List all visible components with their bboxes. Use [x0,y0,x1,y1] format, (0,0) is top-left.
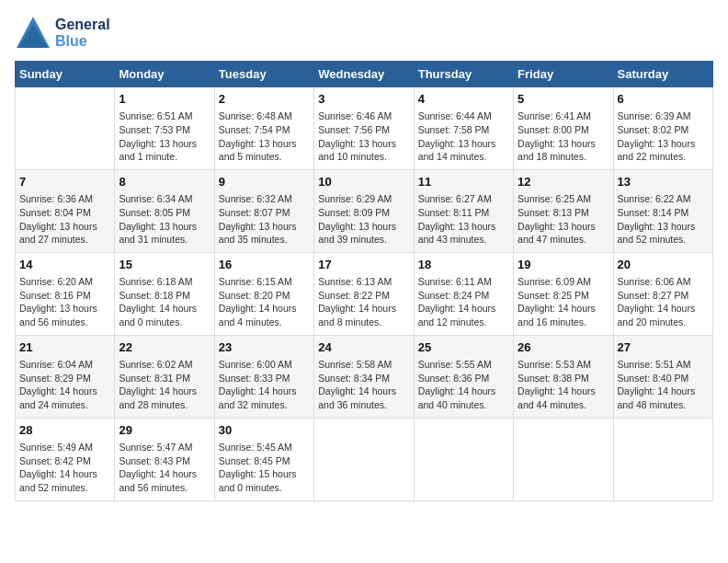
header-cell-tuesday: Tuesday [214,62,313,87]
day-number: 2 [219,91,310,108]
calendar-cell: 9Sunrise: 6:32 AM Sunset: 8:07 PM Daylig… [214,169,313,252]
day-number: 15 [119,257,210,273]
calendar-week-row: 14Sunrise: 6:20 AM Sunset: 8:16 PM Dayli… [16,252,713,335]
cell-content: Sunrise: 6:22 AM Sunset: 8:14 PM Dayligh… [618,192,709,247]
cell-content: Sunrise: 6:29 AM Sunset: 8:09 PM Dayligh… [318,192,409,247]
calendar-cell: 7Sunrise: 6:36 AM Sunset: 8:04 PM Daylig… [16,169,115,252]
calendar-cell: 10Sunrise: 6:29 AM Sunset: 8:09 PM Dayli… [314,169,414,252]
day-number: 20 [618,257,709,273]
day-number: 28 [19,422,110,439]
calendar-cell: 22Sunrise: 6:02 AM Sunset: 8:31 PM Dayli… [115,335,214,418]
cell-content: Sunrise: 6:18 AM Sunset: 8:18 PM Dayligh… [119,275,210,329]
logo-icon [15,15,51,52]
day-number: 7 [19,174,110,190]
day-number: 22 [119,339,210,356]
calendar-cell: 4Sunrise: 6:44 AM Sunset: 7:58 PM Daylig… [414,87,513,170]
cell-content: Sunrise: 6:27 AM Sunset: 8:11 PM Dayligh… [418,192,509,247]
cell-content: Sunrise: 5:45 AM Sunset: 8:45 PM Dayligh… [219,441,310,495]
day-number: 23 [219,339,310,356]
day-number: 27 [618,339,709,356]
day-number: 29 [119,422,210,439]
day-number: 6 [618,91,709,108]
cell-content: Sunrise: 6:25 AM Sunset: 8:13 PM Dayligh… [518,192,609,247]
calendar-table: SundayMondayTuesdayWednesdayThursdayFrid… [15,61,713,501]
calendar-cell: 1Sunrise: 6:51 AM Sunset: 7:53 PM Daylig… [115,87,214,170]
calendar-header-row: SundayMondayTuesdayWednesdayThursdayFrid… [16,62,713,87]
logo-blue: Blue [55,33,110,50]
calendar-cell: 23Sunrise: 6:00 AM Sunset: 8:33 PM Dayli… [214,335,313,418]
calendar-cell: 6Sunrise: 6:39 AM Sunset: 8:02 PM Daylig… [613,87,712,170]
cell-content: Sunrise: 6:11 AM Sunset: 8:24 PM Dayligh… [418,275,509,329]
cell-content: Sunrise: 6:46 AM Sunset: 7:56 PM Dayligh… [318,109,409,164]
cell-content: Sunrise: 6:48 AM Sunset: 7:54 PM Dayligh… [219,109,310,164]
calendar-cell: 3Sunrise: 6:46 AM Sunset: 7:56 PM Daylig… [314,87,414,170]
day-number: 16 [219,257,310,273]
calendar-cell: 2Sunrise: 6:48 AM Sunset: 7:54 PM Daylig… [214,87,313,170]
calendar-cell: 12Sunrise: 6:25 AM Sunset: 8:13 PM Dayli… [514,169,613,252]
day-number: 30 [219,422,310,439]
cell-content: Sunrise: 6:09 AM Sunset: 8:25 PM Dayligh… [518,275,609,329]
calendar-cell: 28Sunrise: 5:49 AM Sunset: 8:42 PM Dayli… [16,418,115,500]
day-number: 25 [418,339,509,356]
cell-content: Sunrise: 6:02 AM Sunset: 8:31 PM Dayligh… [119,358,210,412]
cell-content: Sunrise: 6:06 AM Sunset: 8:27 PM Dayligh… [618,275,709,329]
calendar-cell [613,418,712,500]
header-cell-thursday: Thursday [414,62,513,87]
cell-content: Sunrise: 5:55 AM Sunset: 8:36 PM Dayligh… [418,358,509,412]
header-cell-friday: Friday [514,62,613,87]
calendar-cell [514,418,613,500]
cell-content: Sunrise: 6:20 AM Sunset: 8:16 PM Dayligh… [19,275,110,329]
cell-content: Sunrise: 5:51 AM Sunset: 8:40 PM Dayligh… [618,358,709,412]
calendar-cell: 30Sunrise: 5:45 AM Sunset: 8:45 PM Dayli… [214,418,313,500]
day-number: 10 [318,174,409,190]
cell-content: Sunrise: 6:41 AM Sunset: 8:00 PM Dayligh… [518,109,609,164]
day-number: 4 [418,91,509,108]
calendar-cell: 21Sunrise: 6:04 AM Sunset: 8:29 PM Dayli… [16,335,115,418]
cell-content: Sunrise: 6:00 AM Sunset: 8:33 PM Dayligh… [219,358,310,412]
calendar-cell: 29Sunrise: 5:47 AM Sunset: 8:43 PM Dayli… [115,418,214,500]
calendar-cell: 25Sunrise: 5:55 AM Sunset: 8:36 PM Dayli… [414,335,513,418]
day-number: 8 [119,174,210,190]
cell-content: Sunrise: 6:15 AM Sunset: 8:20 PM Dayligh… [219,275,310,329]
day-number: 1 [119,91,210,108]
day-number: 21 [19,339,110,356]
day-number: 3 [318,91,409,108]
calendar-cell: 18Sunrise: 6:11 AM Sunset: 8:24 PM Dayli… [414,252,513,335]
day-number: 24 [318,339,409,356]
cell-content: Sunrise: 5:58 AM Sunset: 8:34 PM Dayligh… [318,358,409,412]
calendar-week-row: 21Sunrise: 6:04 AM Sunset: 8:29 PM Dayli… [16,335,713,418]
logo-general: General [55,17,110,33]
calendar-cell: 20Sunrise: 6:06 AM Sunset: 8:27 PM Dayli… [613,252,712,335]
calendar-week-row: 28Sunrise: 5:49 AM Sunset: 8:42 PM Dayli… [16,418,713,500]
cell-content: Sunrise: 6:51 AM Sunset: 7:53 PM Dayligh… [119,109,210,164]
cell-content: Sunrise: 5:53 AM Sunset: 8:38 PM Dayligh… [518,358,609,412]
logo: General Blue [15,15,110,52]
cell-content: Sunrise: 6:34 AM Sunset: 8:05 PM Dayligh… [119,192,210,247]
cell-content: Sunrise: 5:49 AM Sunset: 8:42 PM Dayligh… [19,441,110,495]
page-header: General Blue [15,15,713,52]
calendar-cell: 26Sunrise: 5:53 AM Sunset: 8:38 PM Dayli… [514,335,613,418]
cell-content: Sunrise: 6:04 AM Sunset: 8:29 PM Dayligh… [19,358,110,412]
calendar-cell: 19Sunrise: 6:09 AM Sunset: 8:25 PM Dayli… [514,252,613,335]
calendar-cell [16,87,115,170]
cell-content: Sunrise: 6:32 AM Sunset: 8:07 PM Dayligh… [219,192,310,247]
calendar-cell: 16Sunrise: 6:15 AM Sunset: 8:20 PM Dayli… [214,252,313,335]
calendar-cell: 15Sunrise: 6:18 AM Sunset: 8:18 PM Dayli… [115,252,214,335]
day-number: 11 [418,174,509,190]
calendar-cell: 27Sunrise: 5:51 AM Sunset: 8:40 PM Dayli… [613,335,712,418]
header-cell-saturday: Saturday [613,62,712,87]
day-number: 14 [19,257,110,273]
day-number: 13 [618,174,709,190]
calendar-week-row: 7Sunrise: 6:36 AM Sunset: 8:04 PM Daylig… [16,169,713,252]
header-cell-monday: Monday [115,62,214,87]
cell-content: Sunrise: 6:36 AM Sunset: 8:04 PM Dayligh… [19,192,110,247]
cell-content: Sunrise: 6:44 AM Sunset: 7:58 PM Dayligh… [418,109,509,164]
calendar-cell: 24Sunrise: 5:58 AM Sunset: 8:34 PM Dayli… [314,335,414,418]
day-number: 12 [518,174,609,190]
day-number: 18 [418,257,509,273]
day-number: 19 [518,257,609,273]
calendar-week-row: 1Sunrise: 6:51 AM Sunset: 7:53 PM Daylig… [16,87,713,170]
calendar-cell: 17Sunrise: 6:13 AM Sunset: 8:22 PM Dayli… [314,252,414,335]
calendar-cell: 14Sunrise: 6:20 AM Sunset: 8:16 PM Dayli… [16,252,115,335]
cell-content: Sunrise: 5:47 AM Sunset: 8:43 PM Dayligh… [119,441,210,495]
